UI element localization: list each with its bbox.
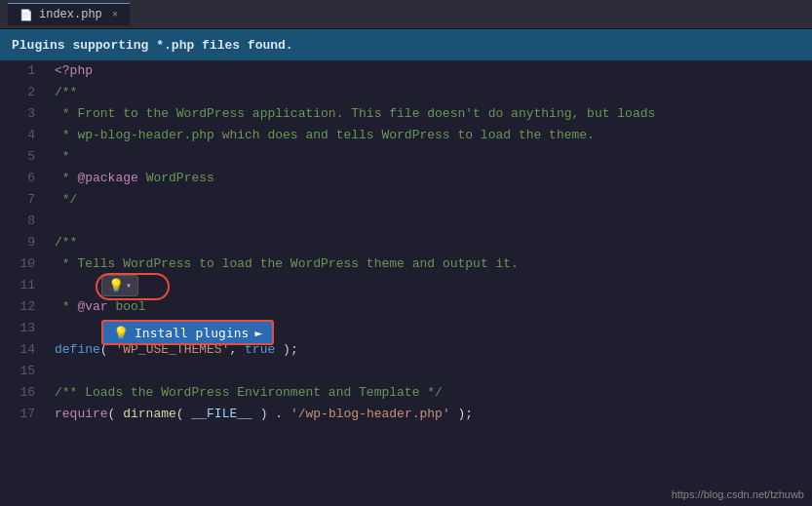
install-plugins-label: Install plugins (135, 326, 249, 340)
code-line-1: <?php (55, 60, 812, 82)
tab-close-button[interactable]: × (112, 9, 119, 20)
code-line-15 (55, 361, 812, 382)
info-bar: Plugins supporting *.php files found. (0, 29, 812, 60)
chevron-down-icon: ▾ (126, 280, 132, 292)
info-message: Plugins supporting *.php files found. (12, 38, 293, 53)
code-line-2: /** (55, 82, 812, 103)
install-plugins-arrow: ► (254, 326, 262, 340)
code-line-8 (55, 211, 812, 232)
code-line-17: require( dirname( __FILE__ ) . '/wp-blog… (55, 404, 812, 425)
lightbulb-button[interactable]: 💡 ▾ (101, 275, 138, 296)
code-line-10: * Tells WordPress to load the WordPress … (55, 253, 812, 275)
install-plugins-icon: 💡 (113, 326, 129, 340)
install-plugins-button[interactable]: 💡 Install plugins ► (101, 320, 274, 345)
lightbulb-icon: 💡 (108, 278, 124, 293)
lightbulb-widget: 💡 ▾ (101, 275, 138, 296)
code-line-7: */ (55, 189, 812, 211)
code-line-3: * Front to the WordPress application. Th… (55, 103, 812, 125)
tab-filename: index.php (39, 8, 102, 21)
line-numbers: 1 2 3 4 5 6 7 8 9 10 11 12 13 14 15 16 1… (0, 60, 47, 506)
code-line-11 (55, 275, 812, 296)
code-line-6: * @package WordPress (55, 168, 812, 189)
title-bar: 📄 index.php × (0, 0, 812, 29)
watermark: https://blog.csdn.net/tzhuwb (672, 488, 804, 500)
code-line-5: * (55, 146, 812, 168)
file-icon: 📄 (19, 9, 33, 21)
code-line-16: /** Loads the WordPress Environment and … (55, 382, 812, 404)
code-line-9: /** (55, 232, 812, 253)
code-content: <?php /** * Front to the WordPress appli… (47, 60, 812, 506)
editor-area: 1 2 3 4 5 6 7 8 9 10 11 12 13 14 15 16 1… (0, 60, 812, 506)
code-line-12: * @var bool (55, 296, 812, 318)
tab-index-php[interactable]: 📄 index.php × (8, 3, 130, 25)
code-line-4: * wp-blog-header.php which does and tell… (55, 125, 812, 146)
